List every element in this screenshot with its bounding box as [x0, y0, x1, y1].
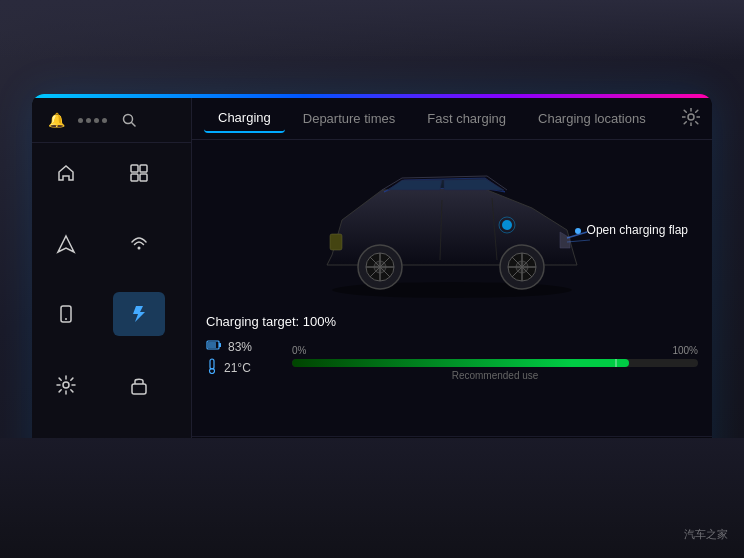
watermark: 汽车之家 [684, 527, 728, 542]
svg-point-9 [63, 382, 69, 388]
progress-fill [292, 359, 629, 367]
svg-rect-40 [210, 359, 214, 369]
charging-nav-tabs: Charging Departure times Fast charging C… [192, 98, 712, 140]
search-icon[interactable] [115, 106, 143, 134]
frame-top [0, 0, 744, 60]
left-sidebar: 🔔 [32, 98, 192, 484]
ev-charging-icon[interactable] [113, 292, 165, 336]
phone-icon[interactable] [40, 292, 92, 336]
charging-content-body: Open charging flap Charging target: 100% [192, 140, 712, 436]
home-icon[interactable] [40, 151, 92, 195]
svg-rect-18 [330, 234, 342, 250]
svg-rect-4 [131, 174, 138, 181]
main-content-area: Charging Departure times Fast charging C… [192, 98, 712, 484]
svg-rect-38 [219, 343, 221, 347]
charging-progress-section: 0% 100% Recommended use [292, 345, 698, 381]
progress-start-label: 0% [292, 345, 306, 356]
wifi-icon[interactable] [113, 222, 165, 266]
charging-target-value: 100% [303, 314, 336, 329]
gear-icon[interactable] [40, 363, 92, 407]
bell-icon[interactable]: 🔔 [42, 106, 70, 134]
battery-temp-row: 21°C [206, 358, 252, 377]
car-image [312, 160, 592, 300]
tab-charging-locations[interactable]: Charging locations [524, 105, 660, 132]
svg-point-8 [65, 318, 67, 320]
charging-info-section: Charging target: 100% [206, 310, 698, 389]
charging-target-display: Charging target: 100% [206, 314, 698, 329]
sidebar-nav-grid [32, 143, 191, 439]
progress-end-label: 100% [672, 345, 698, 356]
svg-point-35 [502, 220, 512, 230]
tab-departure-times[interactable]: Departure times [289, 105, 409, 132]
temperature-icon [206, 358, 218, 377]
svg-rect-3 [140, 165, 147, 172]
svg-rect-5 [140, 174, 147, 181]
progress-marker [615, 359, 617, 367]
progress-labels: 0% 100% [292, 345, 698, 356]
lock-icon[interactable] [113, 363, 165, 407]
battery-temp-value: 21°C [224, 361, 251, 375]
battery-percent-row: 83% [206, 339, 252, 354]
dots-indicator [78, 118, 107, 123]
battery-icon [206, 339, 222, 354]
charging-progress-bar [292, 359, 698, 367]
dashboard-bottom-frame [0, 438, 744, 558]
svg-rect-10 [132, 384, 146, 394]
dashboard-frame: 🔔 [0, 0, 744, 558]
svg-line-1 [132, 123, 136, 127]
tab-fast-charging[interactable]: Fast charging [413, 105, 520, 132]
charging-target-label: Charging target: [206, 314, 299, 329]
recommended-use-label: Recommended use [292, 370, 698, 381]
svg-point-6 [137, 246, 140, 249]
svg-point-14 [688, 114, 694, 120]
car-display-area: Open charging flap [206, 150, 698, 310]
battery-stats: 83% 21°C [206, 339, 252, 377]
grid-icon[interactable] [113, 151, 165, 195]
nav-settings-icon[interactable] [682, 108, 700, 130]
svg-rect-2 [131, 165, 138, 172]
svg-rect-39 [208, 342, 216, 348]
sidebar-top-area: 🔔 [32, 98, 191, 143]
battery-percent-value: 83% [228, 340, 252, 354]
open-charging-flap-label[interactable]: Open charging flap [575, 223, 688, 237]
top-gradient-bar [32, 94, 712, 98]
tab-charging[interactable]: Charging [204, 104, 285, 133]
infotainment-screen: 🔔 [32, 94, 712, 484]
navigation-icon[interactable] [40, 222, 92, 266]
